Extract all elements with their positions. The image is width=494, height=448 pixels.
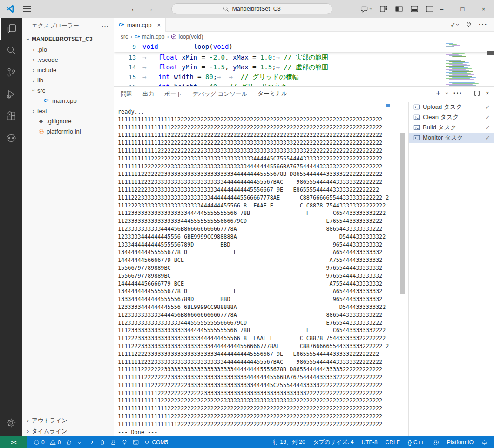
remote-indicator[interactable]: >< (0, 436, 27, 448)
bell-status-item[interactable] (481, 439, 487, 445)
task-upload[interactable]: Upload タスク✓ (409, 102, 494, 112)
breadcrumb[interactable]: src›C+main.cpp›loop(void) (114, 32, 494, 42)
outline-section[interactable]: ›アウトライン (22, 415, 114, 426)
code-token: xMax (233, 53, 249, 61)
sidebar-more-actions-icon[interactable]: ··· (102, 23, 109, 29)
terminal-dropdown-icon[interactable]: › (444, 92, 450, 94)
tree-item-platformio-ini[interactable]: platformio.ini (22, 126, 114, 136)
nav-back-icon[interactable]: ← (130, 4, 138, 13)
arrow-right-status-item[interactable] (88, 439, 94, 445)
plug-status-item[interactable]: COM5 (144, 439, 168, 446)
breadcrumb-item-src[interactable]: src (121, 33, 128, 40)
terminal-scrollbar-thumb[interactable] (400, 133, 405, 294)
copilot-menu-icon[interactable]: › (361, 6, 372, 13)
tree-item-label: include (37, 67, 56, 74)
maximize-panel-icon[interactable] (474, 90, 480, 96)
minimap-line (449, 85, 476, 86)
toggle-primary-sidebar-icon[interactable] (395, 6, 403, 12)
terminal-line: 1111222333333333333333333333444444444556… (118, 194, 389, 202)
tree-item-main-cpp[interactable]: C+main.cpp (22, 95, 114, 106)
close-panel-icon[interactable]: × (486, 89, 489, 97)
trash-status-item[interactable] (99, 439, 105, 445)
code-line-13[interactable]: 13→ float xMin = -2.0, xMax = 1.0;→ // 実… (114, 53, 494, 62)
code-line-16[interactable]: 16→ int height = 40;→ // グリッドの高さ (114, 82, 494, 86)
panel-tab-出力[interactable]: 出力 (142, 87, 154, 101)
status-item-CRLF[interactable]: CRLF (386, 439, 400, 446)
breadcrumb-item-loop-void-[interactable]: loop(void) (171, 33, 203, 40)
status-item-UTF-8[interactable]: UTF-8 (362, 439, 378, 446)
status-item-PlatformIO[interactable]: PlatformIO (447, 439, 474, 446)
trash-icon (99, 439, 105, 445)
panel-tab-デバッグ コンソール[interactable]: デバッグ コンソール (192, 87, 247, 101)
serial-plug-icon[interactable] (465, 21, 472, 28)
status-item--16-20[interactable]: 行 16、列 20 (273, 438, 305, 446)
search-icon[interactable] (0, 40, 22, 61)
check-status-item[interactable] (77, 439, 83, 445)
tree-item-src[interactable]: ›src (22, 85, 114, 95)
task-label: Monitor タスク (423, 134, 463, 142)
status-label: COM5 (152, 439, 168, 446)
status-item--4[interactable]: タブのサイズ: 4 (313, 438, 354, 446)
tree-item-test[interactable]: ›test (22, 106, 114, 116)
code-line-14[interactable]: 14→ float yMin = -1.5, yMax = 1.5;→ // 虚… (114, 62, 494, 72)
menu-hamburger-icon[interactable] (23, 6, 31, 12)
minimap-line (449, 59, 464, 60)
platformio-icon[interactable] (0, 127, 22, 149)
minimap-line (446, 78, 470, 79)
tab-close-icon[interactable]: × (157, 21, 161, 28)
status-label: PlatformIO (447, 439, 474, 446)
tree-item--gitignore[interactable]: ◆.gitignore (22, 116, 114, 126)
terminal-line: 1344444444555556778 D F A65444433333332 (118, 288, 389, 295)
code-editor[interactable]: 13→ float xMin = -2.0, xMax = 1.0;→ // 実… (114, 42, 494, 86)
tree-item-include[interactable]: ›include (22, 65, 114, 75)
terminal-output[interactable]: ready...11111111111111111122222222222222… (118, 108, 389, 436)
command-center-search[interactable]: MandelbrotSet_C3 (171, 3, 332, 14)
settings-gear-icon[interactable] (0, 412, 22, 434)
explorer-icon[interactable] (0, 18, 22, 40)
source-control-icon[interactable] (0, 61, 22, 83)
code-token: // グリッドの横幅 (241, 73, 299, 80)
error-status-item[interactable]: 0 (34, 439, 45, 446)
run-check-dropdown-icon[interactable]: ✓› (450, 21, 459, 28)
home-status-item[interactable] (66, 439, 72, 445)
timeline-section[interactable]: ›タイムライン (22, 426, 114, 436)
minimap-line (446, 69, 466, 70)
window-maximize-button[interactable]: □ (452, 0, 473, 18)
new-terminal-icon[interactable]: + (436, 89, 440, 97)
task-clean[interactable]: Clean タスク✓ (409, 112, 494, 122)
window-close-button[interactable]: × (473, 0, 494, 18)
sticky-code-line[interactable]: 9void loop(void) (114, 42, 494, 52)
chevron-open-icon: › (30, 87, 37, 94)
panel-more-actions-icon[interactable]: ··· (453, 89, 462, 97)
customize-layout-icon[interactable] (380, 6, 387, 12)
editor-scrollbar-thumb[interactable] (487, 51, 494, 55)
window-minimize-button[interactable]: – (431, 0, 452, 18)
toggle-panel-icon[interactable] (411, 6, 418, 12)
braces-status-item[interactable]: {}C++ (408, 439, 424, 446)
nav-forward-icon[interactable]: → (146, 4, 154, 13)
task-monitor[interactable]: Monitor タスク✓ (409, 133, 494, 143)
editor-more-actions-icon[interactable]: ··· (479, 20, 487, 29)
editor-tab-strip: C+ main.cpp × ✓› ··· (114, 18, 494, 32)
code-line-15[interactable]: 15→ int width = 80;→ → // グリッドの横幅 (114, 72, 494, 82)
tree-item-mandelbrotset-c3[interactable]: ›MANDELBROTSET_C3 (22, 34, 114, 44)
line-number: 15 (114, 72, 142, 82)
minimap[interactable] (445, 43, 486, 86)
run-debug-icon[interactable] (0, 83, 22, 105)
task-build[interactable]: Build タスク✓ (409, 122, 494, 133)
extensions-icon[interactable] (0, 105, 22, 127)
tree-item-lib[interactable]: ›lib (22, 75, 114, 85)
tab-main-cpp[interactable]: C+ main.cpp × (114, 18, 166, 32)
breadcrumb-item-main-cpp[interactable]: C+main.cpp (135, 33, 164, 40)
tree-item--vscode[interactable]: ›.vscode (22, 54, 114, 65)
warning-status-item[interactable]: 0 (50, 439, 61, 446)
terminal-status-item[interactable] (133, 439, 139, 445)
panel-tab-問題[interactable]: 問題 (121, 87, 132, 101)
terminal-line: 1111111122222222333333333333333333333334… (118, 163, 389, 171)
copilot-status-item[interactable] (432, 439, 439, 445)
panel-tab-ターミナル[interactable]: ターミナル (257, 87, 287, 101)
plug-status-item[interactable] (122, 439, 128, 445)
panel-tab-ポート[interactable]: ポート (164, 87, 182, 101)
tree-item--pio[interactable]: ›.pio (22, 44, 114, 54)
flask-status-item[interactable] (110, 439, 116, 445)
